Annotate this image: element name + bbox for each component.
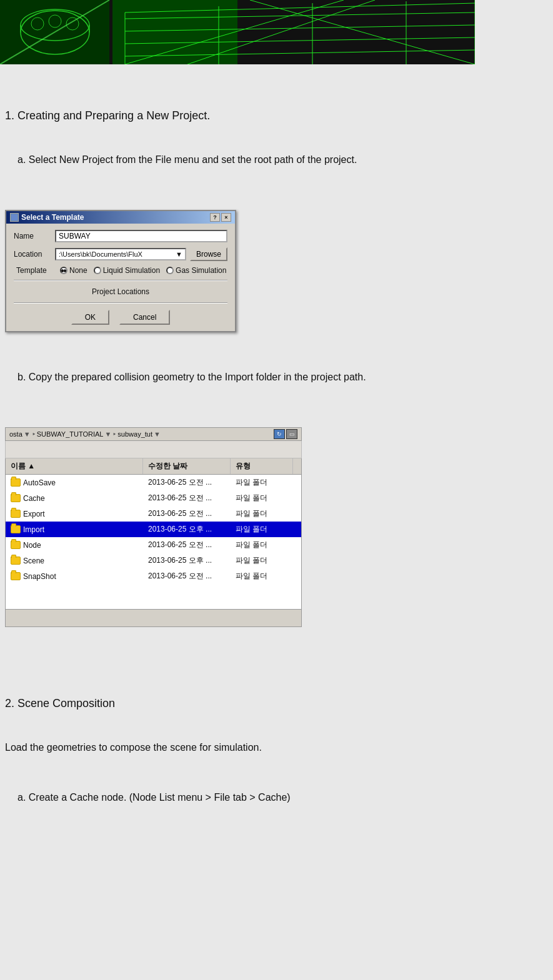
section2-step-a: a. Create a Cache node. (Node List menu …	[17, 790, 548, 805]
explorer-controls: ↻ ▭	[274, 429, 297, 439]
dialog-template-label: Template	[16, 266, 54, 275]
dialog-buttons: OK Cancel	[14, 310, 227, 325]
explorer-path: osta ▼ ‣ SUBWAY_TUTORIAL ▼ ‣ subway_tut …	[9, 430, 271, 438]
file-date-cache: 2013-06-25 오전 ...	[143, 492, 231, 504]
folder-icon	[11, 510, 21, 518]
section2-heading: 2. Scene Composition	[5, 697, 548, 710]
explorer-path-sep-3: ▼	[154, 430, 161, 438]
dialog-location-dropdown[interactable]: :\Users\bk\Documents\FluX ▼	[55, 248, 186, 260]
explorer-col-header: 이름 ▲ 수정한 날짜 유형	[5, 458, 302, 475]
dialog-titlebar-icon	[10, 213, 19, 222]
explorer-titlebar: osta ▼ ‣ SUBWAY_TUTORIAL ▼ ‣ subway_tut …	[5, 427, 302, 441]
dialog-titlebar: Select a Template ? ×	[6, 211, 235, 224]
explorer-refresh-button[interactable]: ↻	[274, 429, 285, 439]
explorer-path-dash-1: ‣	[32, 430, 36, 438]
dialog-radio-gas-label: Gas Simulation	[176, 266, 226, 275]
dialog-location-arrow: ▼	[176, 250, 182, 258]
table-row[interactable]: Import 2013-06-25 오후 ... 파일 폴더	[6, 522, 301, 537]
explorer-path-item-1[interactable]: osta	[9, 430, 22, 438]
file-type-autosave: 파일 폴더	[231, 477, 293, 488]
explorer-col-date[interactable]: 수정한 날짜	[143, 458, 231, 474]
explorer-path-item-3[interactable]: subway_tut	[117, 430, 152, 438]
file-name-node: Node	[6, 540, 143, 550]
dialog-radio-none-label: None	[69, 266, 87, 275]
file-type-export: 파일 폴더	[231, 508, 293, 520]
dialog-location-row: Location :\Users\bk\Documents\FluX ▼ Bro…	[14, 247, 227, 261]
table-row[interactable]: Node 2013-06-25 오전 ... 파일 폴더	[6, 537, 301, 553]
file-explorer: osta ▼ ‣ SUBWAY_TUTORIAL ▼ ‣ subway_tut …	[5, 427, 302, 627]
dialog-radio-liquid-label: Liquid Simulation	[103, 266, 160, 275]
dialog-close-button[interactable]: ×	[221, 213, 231, 222]
step-b-text: b. Copy the prepared collision geometry …	[17, 370, 548, 385]
dialog-name-input[interactable]	[55, 230, 227, 242]
dialog-cancel-button[interactable]: Cancel	[119, 310, 170, 325]
svg-rect-24	[11, 214, 17, 220]
dialog-radio-gas-icon	[166, 267, 174, 274]
file-date-node: 2013-06-25 오전 ...	[143, 539, 231, 551]
file-date-autosave: 2013-06-25 오전 ...	[143, 477, 231, 488]
dialog-container: Select a Template ? × Name Location	[5, 210, 548, 332]
explorer-body: AutoSave 2013-06-25 오전 ... 파일 폴더 Cache 2…	[5, 475, 302, 610]
dialog-location-value: :\Users\bk\Documents\FluX	[59, 250, 142, 258]
file-type-cache: 파일 폴더	[231, 492, 293, 504]
file-date-export: 2013-06-25 오전 ...	[143, 508, 231, 520]
file-type-node: 파일 폴더	[231, 539, 293, 551]
dialog-location-label: Location	[14, 250, 51, 259]
dialog-question-button[interactable]: ?	[210, 213, 220, 222]
dialog-project-locations: Project Locations	[14, 285, 227, 299]
file-type-snapshot: 파일 폴더	[231, 570, 293, 582]
explorer-collapse-button[interactable]: ▭	[286, 429, 297, 439]
folder-icon	[11, 541, 21, 549]
dialog-name-label: Name	[14, 232, 51, 240]
file-name-autosave: AutoSave	[6, 478, 143, 488]
dialog-browse-button[interactable]: Browse	[190, 247, 227, 261]
explorer-path-sep-2: ▼	[104, 430, 111, 438]
dialog-name-row: Name	[14, 230, 227, 242]
top-image	[0, 0, 475, 64]
folder-icon	[11, 525, 21, 533]
dialog-radio-none[interactable]: None	[60, 266, 87, 275]
dialog-radio-gas[interactable]: Gas Simulation	[166, 266, 226, 275]
file-name-cache: Cache	[6, 493, 143, 503]
explorer-toolbar	[5, 441, 302, 458]
dialog-location-select[interactable]: :\Users\bk\Documents\FluX ▼	[55, 248, 186, 260]
dialog-radio-liquid-icon	[94, 267, 101, 274]
explorer-path-dash-2: ‣	[112, 430, 116, 438]
table-row[interactable]: Export 2013-06-25 오전 ... 파일 폴더	[6, 506, 301, 522]
explorer-path-item-2[interactable]: SUBWAY_TUTORIAL	[37, 430, 104, 438]
folder-icon	[11, 557, 21, 565]
file-date-snapshot: 2013-06-25 오전 ...	[143, 570, 231, 582]
step-a-text: a. Select New Project from the File menu…	[17, 152, 548, 167]
explorer-footer	[5, 610, 302, 627]
table-row[interactable]: Scene 2013-06-25 오후 ... 파일 폴더	[6, 553, 301, 568]
file-name-import: Import	[6, 525, 143, 535]
file-type-scene: 파일 폴더	[231, 555, 293, 567]
dialog-template-row: Template None Liquid Simulation Gas Simu…	[14, 266, 227, 275]
section1-heading: 1. Creating and Preparing a New Project.	[5, 109, 548, 122]
explorer-col-name[interactable]: 이름 ▲	[6, 458, 143, 474]
dialog-radio-none-icon	[60, 267, 67, 274]
file-name-snapshot: SnapShot	[6, 572, 143, 582]
dialog-body: Name Location :\Users\bk\Documents\FluX …	[6, 224, 235, 331]
explorer-empty-space	[6, 584, 301, 609]
dialog-titlebar-left: Select a Template	[10, 213, 84, 222]
file-date-import: 2013-06-25 오후 ...	[143, 523, 231, 535]
explorer-col-type[interactable]: 유형	[231, 458, 293, 474]
dialog-radio-liquid[interactable]: Liquid Simulation	[94, 266, 160, 275]
section2-body: Load the geometries to compose the scene…	[5, 740, 548, 755]
table-row[interactable]: AutoSave 2013-06-25 오전 ... 파일 폴더	[6, 475, 301, 490]
select-template-dialog: Select a Template ? × Name Location	[5, 210, 236, 332]
dialog-title: Select a Template	[21, 213, 84, 222]
table-row[interactable]: SnapShot 2013-06-25 오전 ... 파일 폴더	[6, 568, 301, 584]
folder-icon	[11, 478, 21, 487]
explorer-path-sep-1: ▼	[24, 430, 31, 438]
dialog-ok-button[interactable]: OK	[71, 310, 109, 325]
folder-icon	[11, 494, 21, 502]
file-name-scene: Scene	[6, 556, 143, 566]
table-row[interactable]: Cache 2013-06-25 오전 ... 파일 폴더	[6, 490, 301, 506]
file-type-import: 파일 폴더	[231, 523, 293, 535]
file-name-export: Export	[6, 509, 143, 519]
dialog-titlebar-controls[interactable]: ? ×	[210, 213, 231, 222]
file-date-scene: 2013-06-25 오후 ...	[143, 555, 231, 567]
dialog-separator-2	[14, 302, 227, 304]
